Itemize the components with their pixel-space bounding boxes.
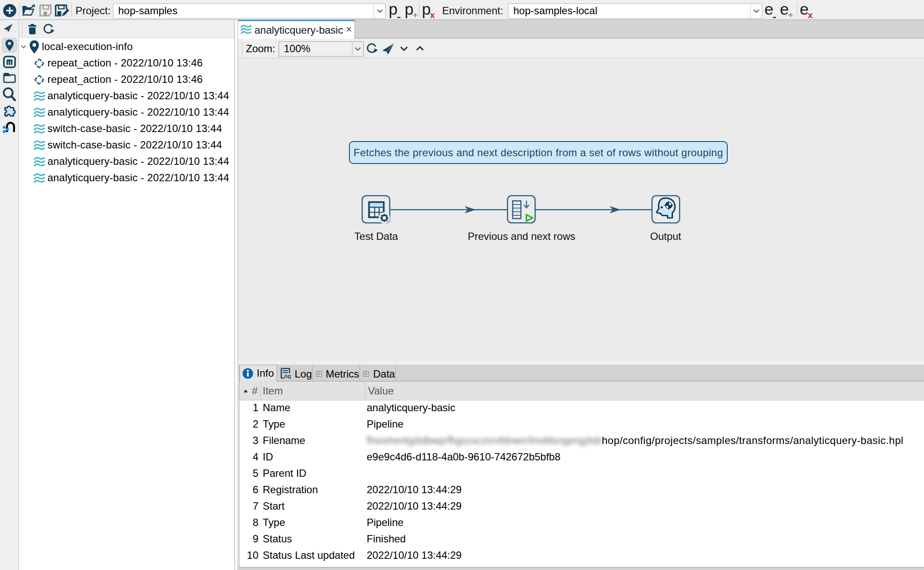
svg-text:og: og — [284, 373, 291, 379]
